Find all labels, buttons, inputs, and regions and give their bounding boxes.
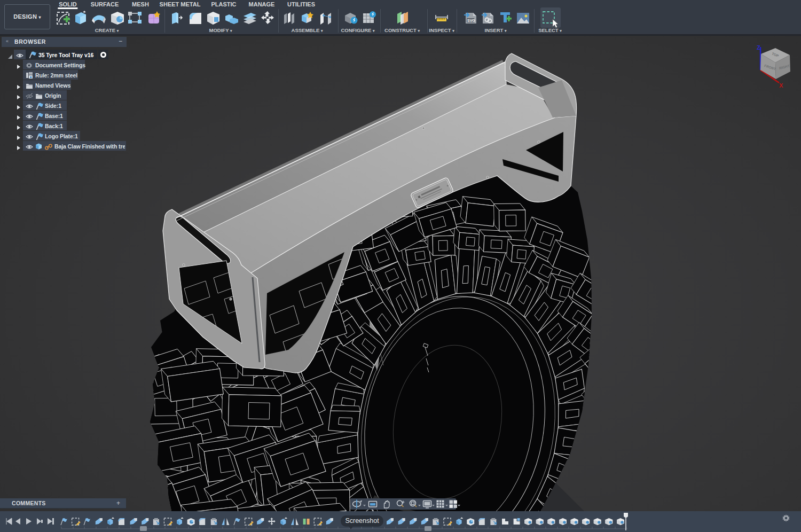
svg-text:X: X (779, 82, 783, 89)
svg-text:SVG: SVG (467, 19, 475, 22)
svg-text:Z: Z (757, 44, 760, 51)
